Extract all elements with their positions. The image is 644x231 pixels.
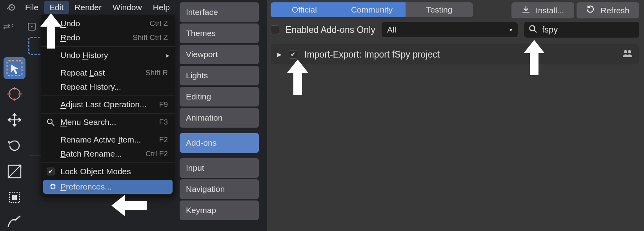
- addon-search-input[interactable]: [541, 24, 644, 35]
- menu-redo[interactable]: Redo Shift Ctrl Z: [41, 31, 175, 45]
- tool-move[interactable]: [4, 109, 25, 131]
- addon-filter-row: Enabled Add-ons Only All ▾ ✕: [271, 22, 639, 38]
- svg-point-21: [628, 50, 631, 53]
- menu-file[interactable]: File: [20, 1, 44, 14]
- tool-rotate[interactable]: [4, 135, 25, 157]
- community-icon: [622, 49, 633, 60]
- pref-tab-viewport[interactable]: Viewport: [180, 45, 259, 64]
- svg-line-17: [52, 123, 54, 126]
- preferences-content: Official Community Testing Install... Re…: [267, 0, 644, 231]
- menu-search[interactable]: Menu Search... F3: [41, 115, 175, 129]
- addon-search[interactable]: ✕: [524, 22, 639, 38]
- menu-window[interactable]: Window: [107, 1, 147, 14]
- gear-icon: [49, 182, 57, 191]
- menu-batch-rename[interactable]: Batch Rename... Ctrl F2: [41, 147, 175, 161]
- pref-tab-interface[interactable]: Interface: [180, 2, 259, 22]
- pref-tab-keymap[interactable]: Keymap: [180, 200, 259, 220]
- svg-point-18: [530, 25, 535, 31]
- menu-help[interactable]: Help: [147, 1, 175, 14]
- addon-label: Import-Export: Import fSpy project: [304, 49, 440, 60]
- tab-official[interactable]: Official: [271, 2, 338, 17]
- svg-point-6: [31, 26, 33, 27]
- submenu-caret-icon: ▸: [166, 52, 169, 59]
- svg-point-8: [9, 88, 20, 99]
- mode-dropdown-icon[interactable]: [24, 20, 40, 33]
- addon-category-dropdown[interactable]: All ▾: [382, 22, 518, 37]
- menu-render[interactable]: Render: [69, 1, 107, 14]
- menu-undo[interactable]: Undo Ctrl Z: [41, 16, 175, 31]
- pref-tab-editing[interactable]: Editing: [180, 87, 259, 106]
- pref-tab-animation[interactable]: Animation: [180, 108, 259, 128]
- svg-rect-15: [12, 195, 17, 200]
- enabled-only-checkbox[interactable]: [271, 25, 279, 34]
- preferences-section-tabs: Interface Themes Viewport Lights Editing…: [180, 2, 259, 222]
- menu-preferences[interactable]: Preferences...: [43, 180, 173, 194]
- svg-line-19: [534, 30, 537, 32]
- chevron-down-icon: ▾: [509, 27, 512, 33]
- menu-repeat-history[interactable]: Repeat History...: [41, 80, 175, 94]
- pref-tab-navigation[interactable]: Navigation: [180, 179, 259, 199]
- menu-bar: File Edit Render Window Help: [0, 0, 175, 15]
- menu-adjust-last[interactable]: Adjust Last Operation... F9: [41, 97, 175, 112]
- tool-select-box[interactable]: [4, 57, 25, 79]
- tool-annotate[interactable]: [5, 214, 24, 229]
- editor-header: [1, 19, 40, 34]
- tool-scale[interactable]: [4, 161, 25, 182]
- expand-caret-icon[interactable]: ▶: [277, 51, 282, 58]
- download-icon: [522, 5, 530, 16]
- enabled-only-label: Enabled Add-ons Only: [286, 25, 375, 35]
- menu-edit[interactable]: Edit: [44, 1, 69, 14]
- refresh-icon: [586, 5, 595, 16]
- tool-cursor[interactable]: [4, 83, 25, 105]
- svg-point-4: [12, 24, 13, 25]
- menu-rename-active[interactable]: Rename Active Item... F2: [41, 133, 175, 147]
- checkbox-on-icon: [46, 167, 55, 176]
- install-button[interactable]: Install...: [511, 2, 574, 18]
- tool-transform[interactable]: [4, 186, 25, 208]
- pref-tab-addons[interactable]: Add-ons: [180, 133, 259, 153]
- addon-source-tabs: Official Community Testing: [271, 2, 473, 17]
- blender-logo-icon: [6, 3, 16, 12]
- pref-tab-themes[interactable]: Themes: [180, 23, 259, 43]
- tab-testing[interactable]: Testing: [406, 2, 473, 17]
- menu-lock-object-modes[interactable]: Lock Object Modes: [41, 164, 175, 179]
- annotation-arrow: [111, 195, 147, 216]
- menu-undo-history[interactable]: Undo History ▸: [41, 48, 175, 62]
- pref-tab-lights[interactable]: Lights: [180, 66, 259, 85]
- addon-enable-checkbox[interactable]: [289, 50, 297, 59]
- svg-point-20: [624, 50, 627, 53]
- search-icon: [46, 118, 55, 126]
- search-icon: [529, 25, 537, 35]
- refresh-button[interactable]: Refresh: [577, 2, 639, 18]
- svg-point-16: [47, 119, 52, 124]
- edit-menu: Undo Ctrl Z Redo Shift Ctrl Z Undo Histo…: [41, 15, 175, 197]
- editor-type-dropdown-icon[interactable]: [1, 20, 17, 33]
- toolbar: [4, 57, 25, 208]
- addon-entry[interactable]: ▶ Import-Export: Import fSpy project: [271, 44, 639, 65]
- menu-repeat-last[interactable]: Repeat Last Shift R: [41, 66, 175, 80]
- svg-point-1: [11, 7, 13, 8]
- pref-tab-input[interactable]: Input: [180, 158, 259, 178]
- tab-community[interactable]: Community: [338, 2, 406, 17]
